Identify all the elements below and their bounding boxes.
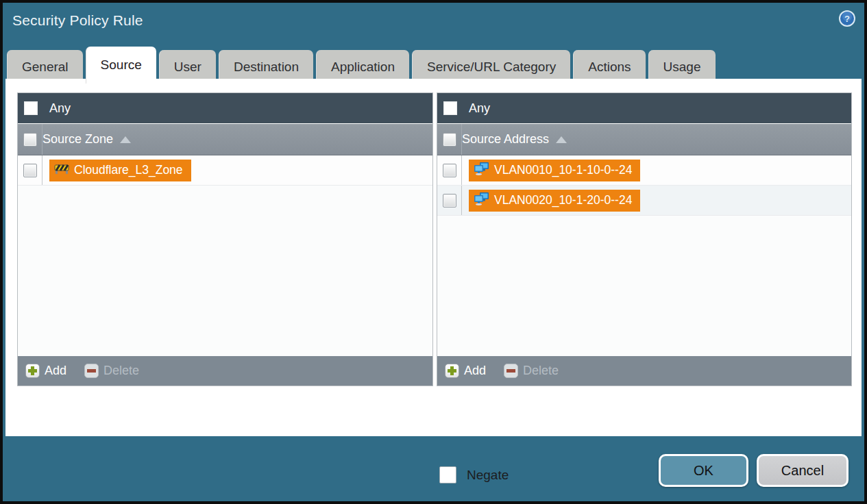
table-row: VLAN0010_10-1-10-0--24 bbox=[437, 155, 851, 186]
tab-label: Service/URL Category bbox=[427, 60, 556, 75]
delete-button[interactable]: Delete bbox=[504, 364, 559, 378]
plus-icon bbox=[25, 364, 40, 378]
source-address-footer: Add Delete bbox=[437, 356, 851, 386]
sort-asc-icon bbox=[120, 136, 131, 143]
source-tab-content: Any Source Zone bbox=[5, 79, 862, 436]
zone-item-chip[interactable]: Cloudflare_L3_Zone bbox=[49, 160, 191, 181]
any-label: Any bbox=[469, 101, 490, 116]
column-header-label: Source Zone bbox=[42, 132, 113, 147]
network-icon bbox=[474, 162, 489, 179]
security-policy-rule-dialog: Security Policy Rule ? General Source Us… bbox=[0, 0, 867, 504]
add-button-label: Add bbox=[464, 364, 486, 378]
dialog-title: Security Policy Rule bbox=[12, 12, 143, 29]
tab-bar: General Source User Destination Applicat… bbox=[5, 47, 862, 84]
tab-source[interactable]: Source bbox=[86, 47, 156, 84]
tab-label: General bbox=[22, 60, 69, 75]
source-address-list: VLAN0010_10-1-10-0--24 bbox=[437, 155, 851, 356]
sort-asc-icon bbox=[556, 136, 567, 143]
zone-item-label: Cloudflare_L3_Zone bbox=[74, 163, 183, 177]
column-header-label: Source Address bbox=[462, 132, 549, 147]
tab-label: Usage bbox=[663, 60, 701, 75]
any-label: Any bbox=[49, 101, 71, 116]
add-button[interactable]: Add bbox=[25, 364, 66, 378]
svg-text:?: ? bbox=[844, 14, 850, 24]
row-checkbox[interactable] bbox=[443, 164, 456, 177]
source-zone-panel: Any Source Zone bbox=[17, 92, 433, 386]
minus-icon bbox=[504, 364, 518, 378]
tab-label: Source bbox=[101, 58, 142, 73]
source-address-column-header[interactable]: Source Address bbox=[437, 124, 851, 155]
help-icon: ? bbox=[838, 18, 856, 29]
zone-icon bbox=[54, 162, 69, 178]
delete-button-label: Delete bbox=[103, 364, 139, 378]
delete-button[interactable]: Delete bbox=[84, 364, 139, 378]
cancel-button[interactable]: Cancel bbox=[757, 454, 848, 487]
negate-control: Negate bbox=[439, 466, 509, 483]
tab-label: Actions bbox=[588, 60, 631, 75]
source-zone-footer: Add Delete bbox=[18, 356, 432, 386]
tab-label: Destination bbox=[234, 60, 299, 75]
negate-checkbox[interactable] bbox=[439, 466, 456, 483]
source-address-any-checkbox[interactable] bbox=[443, 101, 457, 115]
add-button[interactable]: Add bbox=[445, 364, 486, 378]
row-checkbox[interactable] bbox=[23, 164, 37, 177]
negate-label: Negate bbox=[467, 468, 509, 483]
add-button-label: Add bbox=[45, 364, 66, 378]
minus-icon bbox=[84, 364, 99, 378]
source-address-select-all-checkbox[interactable] bbox=[443, 133, 456, 147]
row-checkbox[interactable] bbox=[443, 194, 456, 207]
source-zone-select-all-checkbox[interactable] bbox=[23, 133, 37, 147]
address-item-label: VLAN0020_10-1-20-0--24 bbox=[494, 193, 632, 207]
address-item-chip[interactable]: VLAN0010_10-1-10-0--24 bbox=[469, 160, 640, 181]
tab-label: User bbox=[174, 60, 202, 75]
table-row: VLAN0020_10-1-20-0--24 bbox=[437, 186, 851, 216]
plus-icon bbox=[445, 364, 459, 378]
source-zone-any-bar: Any bbox=[18, 93, 432, 124]
table-row: Cloudflare_L3_Zone bbox=[18, 155, 432, 186]
delete-button-label: Delete bbox=[523, 364, 559, 378]
address-item-label: VLAN0010_10-1-10-0--24 bbox=[494, 163, 632, 177]
address-item-chip[interactable]: VLAN0020_10-1-20-0--24 bbox=[469, 190, 640, 212]
network-icon bbox=[474, 192, 489, 209]
tab-label: Application bbox=[331, 60, 395, 75]
ok-button[interactable]: OK bbox=[659, 454, 748, 487]
source-address-panel: Any Source Address bbox=[437, 92, 852, 386]
source-zone-column-header[interactable]: Source Zone bbox=[18, 124, 432, 155]
help-button[interactable]: ? bbox=[838, 10, 856, 27]
source-zone-any-checkbox[interactable] bbox=[24, 101, 38, 115]
source-address-any-bar: Any bbox=[437, 93, 851, 124]
source-zone-list: Cloudflare_L3_Zone bbox=[18, 155, 432, 356]
